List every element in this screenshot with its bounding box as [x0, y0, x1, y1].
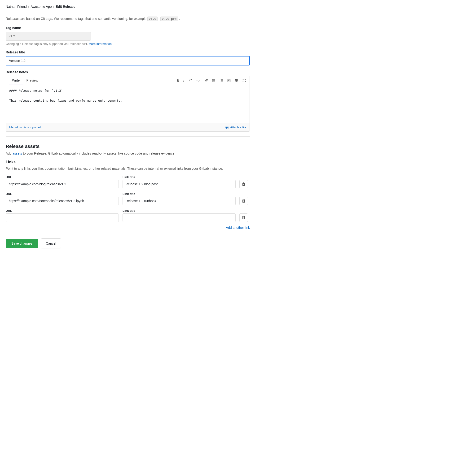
assets-link[interactable]: assets: [13, 152, 22, 155]
tag-name-field-group: Tag name v1.2 Changing a Release tag is …: [6, 26, 250, 46]
link-title-label-3: Link title: [123, 209, 236, 212]
attach-file-button[interactable]: Attach a file: [225, 125, 246, 129]
link-title-group-1: Link title: [123, 175, 236, 188]
link-row: URL Link title: [6, 175, 250, 188]
link-url-input-1[interactable]: [6, 180, 119, 188]
trash-icon-3: [242, 216, 245, 220]
link-url-group-1: URL: [6, 175, 119, 188]
delete-link-button-2[interactable]: [239, 197, 248, 205]
save-changes-button[interactable]: Save changes: [6, 239, 38, 248]
attach-icon: [225, 126, 229, 129]
toolbar-ordered-list-btn[interactable]: [219, 78, 224, 83]
delete-link-button-3[interactable]: [239, 213, 248, 222]
release-notes-field-group: Release notes Write Preview B I ❝❞ <>: [6, 70, 250, 132]
info-example-1: v1.0: [147, 17, 158, 21]
tag-name-hint: Changing a Release tag is only supported…: [6, 42, 250, 46]
release-title-field-group: Release title: [6, 50, 250, 66]
link-title-input-3[interactable]: [123, 213, 236, 222]
link-title-input-2[interactable]: [123, 197, 236, 205]
release-assets-desc: Add assets to your Release. GitLab autom…: [6, 152, 250, 155]
link-url-label-1: URL: [6, 175, 119, 179]
tab-preview[interactable]: Preview: [23, 76, 41, 85]
link-url-label-3: URL: [6, 209, 119, 212]
info-text: Releases are based on Git tags. We recom…: [6, 16, 250, 21]
breadcrumb-owner[interactable]: Nathan Friend: [6, 5, 27, 9]
more-info-link[interactable]: More information: [89, 42, 112, 46]
tab-write[interactable]: Write: [9, 76, 23, 85]
link-url-label-2: URL: [6, 192, 119, 196]
editor-toolbar: B I ❝❞ <>: [176, 78, 247, 84]
toolbar-italic-btn[interactable]: I: [183, 78, 185, 84]
add-another-link-button[interactable]: Add another link: [226, 226, 250, 229]
link-url-group-3: URL: [6, 209, 119, 222]
link-row: URL Link title: [6, 192, 250, 205]
cancel-button[interactable]: Cancel: [41, 238, 61, 248]
toolbar-unordered-list-btn[interactable]: [211, 78, 217, 83]
link-title-group-3: Link title: [123, 209, 236, 222]
release-notes-editor: Write Preview B I ❝❞ <>: [6, 76, 250, 132]
link-row: URL Link title: [6, 209, 250, 222]
link-url-input-2[interactable]: [6, 197, 119, 205]
breadcrumb-sep-1: ›: [28, 5, 29, 9]
breadcrumb-current: Edit Release: [55, 5, 75, 9]
footer-actions: Save changes Cancel: [6, 236, 250, 248]
link-title-input-1[interactable]: [123, 180, 236, 188]
toolbar-table-btn[interactable]: [234, 78, 239, 83]
editor-tabs: Write Preview B I ❝❞ <>: [6, 76, 250, 85]
link-title-label-1: Link title: [123, 175, 236, 179]
toolbar-code-btn[interactable]: <>: [196, 78, 201, 84]
add-link-row: Add another link: [6, 226, 250, 229]
release-assets-section: Release assets Add assets to your Releas…: [6, 144, 250, 229]
links-section: Links Point to any links you like: docum…: [6, 160, 250, 229]
markdown-link[interactable]: Markdown is supported: [9, 125, 41, 129]
info-example-2: v2.0-pre: [160, 17, 178, 21]
release-notes-content[interactable]: #### Release notes for `v1.2` This relea…: [6, 85, 250, 123]
tag-name-label: Tag name: [6, 26, 250, 30]
link-title-label-2: Link title: [123, 192, 236, 196]
release-notes-label: Release notes: [6, 70, 250, 74]
toolbar-task-list-btn[interactable]: [226, 78, 232, 83]
links-title: Links: [6, 160, 250, 164]
toolbar-link-btn[interactable]: [204, 78, 209, 83]
toolbar-bold-btn[interactable]: B: [176, 78, 180, 84]
delete-link-button-1[interactable]: [239, 180, 248, 188]
toolbar-quote-btn[interactable]: ❝❞: [188, 78, 193, 84]
link-title-group-2: Link title: [123, 192, 236, 205]
breadcrumb-sep-2: ›: [53, 5, 55, 9]
editor-footer: Markdown is supported Attach a file: [6, 123, 250, 131]
release-title-label: Release title: [6, 50, 250, 54]
breadcrumb-project[interactable]: Awesome App: [31, 5, 52, 9]
toolbar-fullscreen-btn[interactable]: [241, 78, 247, 83]
link-url-input-3[interactable]: [6, 213, 119, 222]
trash-icon-1: [242, 182, 245, 186]
tag-name-value: v1.2: [6, 32, 91, 41]
trash-icon-2: [242, 199, 245, 203]
release-assets-title: Release assets: [6, 144, 250, 149]
release-title-input[interactable]: [6, 56, 250, 66]
links-description: Point to any links you like: documentati…: [6, 166, 250, 171]
link-url-group-2: URL: [6, 192, 119, 205]
breadcrumb: Nathan Friend › Awesome App › Edit Relea…: [6, 5, 250, 12]
